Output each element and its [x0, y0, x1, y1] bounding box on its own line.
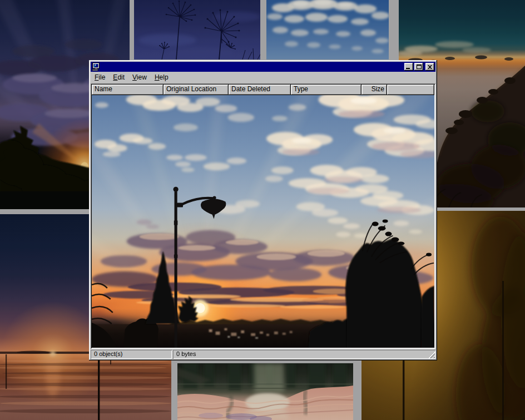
status-total-size-text: 0 bytes	[176, 350, 196, 357]
computer-window-icon[interactable]	[92, 62, 101, 71]
minimize-icon	[406, 68, 410, 69]
screen: File Edit View Help Name Original Locati…	[0, 0, 525, 420]
title-bar[interactable]	[91, 62, 435, 72]
sunset-streetlamp-photo	[92, 95, 434, 348]
window-controls	[404, 63, 434, 71]
list-view: Name Original Location Date Deleted Type…	[91, 83, 435, 349]
column-header-size[interactable]: Size	[361, 85, 387, 95]
close-button[interactable]	[425, 63, 434, 71]
menu-file[interactable]: File	[91, 72, 109, 83]
column-headers: Name Original Location Date Deleted Type…	[92, 85, 434, 95]
column-header-blank	[387, 85, 434, 95]
column-header-name[interactable]: Name	[92, 85, 164, 95]
close-icon	[428, 65, 432, 69]
status-object-count: 0 object(s)	[91, 350, 172, 359]
menu-bar: File Edit View Help	[91, 72, 435, 83]
maximize-icon	[417, 65, 422, 69]
column-header-date-deleted[interactable]: Date Deleted	[229, 85, 291, 95]
menu-help[interactable]: Help	[151, 72, 172, 83]
status-total-size: 0 bytes	[173, 350, 435, 359]
column-header-original-location[interactable]: Original Location	[164, 85, 229, 95]
maximize-button[interactable]	[414, 63, 423, 71]
resize-grip[interactable]	[428, 352, 435, 358]
menu-edit[interactable]: Edit	[109, 72, 128, 83]
column-header-type[interactable]: Type	[291, 85, 361, 95]
recycle-bin-window: File Edit View Help Name Original Locati…	[89, 60, 437, 360]
minimize-button[interactable]	[404, 63, 413, 71]
status-bar: 0 object(s) 0 bytes	[91, 350, 435, 359]
list-view-area[interactable]	[92, 95, 434, 348]
menu-view[interactable]: View	[128, 72, 151, 83]
